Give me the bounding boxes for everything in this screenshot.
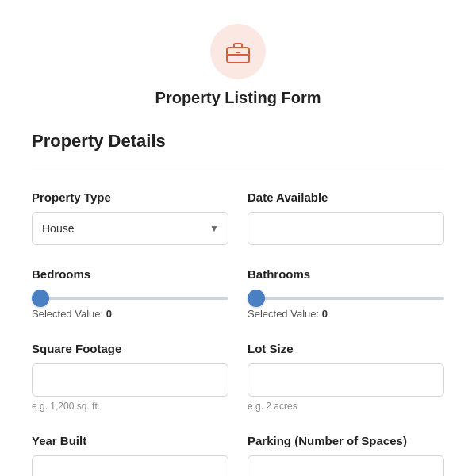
year-built-input[interactable] (32, 455, 228, 476)
row-bedrooms-bathrooms: Bedrooms Selected Value: 0 Bathrooms Sel… (32, 267, 444, 320)
group-parking: Parking (Number of Spaces) (248, 434, 444, 476)
row-property-type-date: Property Type House Apartment Condo Town… (32, 190, 444, 245)
bathrooms-value-label: Selected Value: 0 (248, 308, 444, 320)
label-date-available: Date Available (248, 190, 444, 204)
header-icon-circle (210, 24, 266, 79)
lot-size-input[interactable] (248, 363, 444, 397)
page-container: Property Listing Form Property Details P… (0, 0, 476, 476)
bedrooms-selected-value: 0 (106, 308, 112, 320)
group-bathrooms: Bathrooms Selected Value: 0 (248, 267, 444, 320)
label-property-type: Property Type (32, 190, 228, 204)
slider-container-bathrooms: Selected Value: 0 (248, 289, 444, 320)
group-bedrooms: Bedrooms Selected Value: 0 (32, 267, 228, 320)
row-yearbuilt-parking: Year Built Parking (Number of Spaces) (32, 434, 444, 476)
label-bedrooms: Bedrooms (32, 267, 228, 281)
slider-container-bedrooms: Selected Value: 0 (32, 289, 228, 320)
group-date-available: Date Available (248, 190, 444, 245)
label-parking: Parking (Number of Spaces) (248, 434, 444, 447)
row-sqft-lotsize: Square Footage e.g. 1,200 sq. ft. Lot Si… (32, 342, 444, 412)
group-property-type: Property Type House Apartment Condo Town… (32, 190, 228, 245)
group-square-footage: Square Footage e.g. 1,200 sq. ft. (32, 342, 228, 412)
section-title: Property Details (32, 131, 444, 152)
label-lot-size: Lot Size (248, 342, 444, 355)
date-available-input[interactable] (248, 212, 444, 245)
group-lot-size: Lot Size e.g. 2 acres (248, 342, 444, 412)
briefcase-icon (224, 37, 252, 66)
select-wrapper-property-type: House Apartment Condo Townhouse Land ▼ (32, 212, 228, 245)
square-footage-hint: e.g. 1,200 sq. ft. (32, 401, 228, 412)
label-square-footage: Square Footage (32, 342, 228, 355)
label-bathrooms: Bathrooms (248, 267, 444, 281)
form-title: Property Listing Form (155, 89, 321, 107)
header: Property Listing Form (32, 24, 444, 107)
bathrooms-slider[interactable] (248, 297, 444, 300)
bedrooms-value-label: Selected Value: 0 (32, 308, 228, 320)
lot-size-hint: e.g. 2 acres (248, 401, 444, 412)
label-year-built: Year Built (32, 434, 228, 447)
bathrooms-selected-value: 0 (322, 308, 328, 320)
bedrooms-slider[interactable] (32, 297, 228, 300)
property-type-select[interactable]: House Apartment Condo Townhouse Land (32, 212, 228, 245)
group-year-built: Year Built (32, 434, 228, 476)
section-divider (32, 171, 444, 171)
square-footage-input[interactable] (32, 363, 228, 397)
parking-input[interactable] (248, 455, 444, 476)
